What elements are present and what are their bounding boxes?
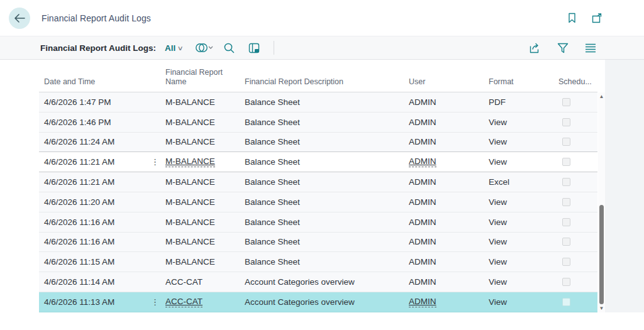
cell-report-name[interactable]: M-BALANCE bbox=[165, 97, 245, 107]
table-row[interactable]: 4/6/2026 11:21 AMM-BALANCEBalance SheetA… bbox=[39, 172, 597, 192]
list-layout-icon[interactable] bbox=[581, 40, 600, 56]
table-row[interactable]: 4/6/2026 11:24 AMM-BALANCEBalance SheetA… bbox=[39, 133, 597, 153]
cell-format[interactable]: PDF bbox=[489, 97, 558, 107]
cell-report-description[interactable]: Balance Sheet bbox=[245, 197, 409, 207]
cell-datetime[interactable]: 4/6/2026 11:16 AM bbox=[39, 237, 145, 246]
cell-report-name[interactable]: M-BALANCE bbox=[165, 157, 245, 167]
cell-row-menu[interactable]: ⋮ bbox=[145, 157, 165, 167]
cell-report-name[interactable]: M-BALANCE bbox=[165, 137, 245, 146]
drilldown-link[interactable]: ADMIN bbox=[409, 297, 436, 307]
cell-report-name[interactable]: M-BALANCE bbox=[165, 237, 245, 246]
cell-datetime[interactable]: 4/6/2026 11:24 AM bbox=[39, 137, 145, 146]
vertical-scrollbar[interactable]: ▲ ▼ bbox=[598, 92, 605, 312]
filter-icon[interactable] bbox=[553, 40, 572, 56]
cell-report-description[interactable]: Account Categories overview bbox=[245, 297, 409, 307]
scheduled-checkbox[interactable] bbox=[562, 118, 570, 126]
column-header-report-name[interactable]: Financial Report Name bbox=[165, 68, 245, 92]
table-row[interactable]: 4/6/2026 11:13 AM⋮ACC-CATAccount Categor… bbox=[39, 292, 597, 312]
cell-report-description[interactable]: Balance Sheet bbox=[245, 217, 409, 227]
scheduled-checkbox[interactable] bbox=[562, 198, 570, 206]
cell-user[interactable]: ADMIN bbox=[409, 237, 489, 246]
scrollbar-down-arrow[interactable]: ▼ bbox=[599, 305, 604, 311]
scheduled-checkbox[interactable] bbox=[562, 158, 570, 166]
views-icon[interactable] bbox=[194, 40, 213, 56]
table-row[interactable]: 4/6/2026 11:21 AM⋮M-BALANCEBalance Sheet… bbox=[39, 151, 597, 172]
cell-report-description[interactable]: Balance Sheet bbox=[245, 118, 409, 127]
cell-row-menu[interactable]: ⋮ bbox=[145, 297, 165, 307]
scheduled-checkbox[interactable] bbox=[562, 98, 570, 106]
cell-report-description[interactable]: Balance Sheet bbox=[245, 97, 409, 107]
scheduled-checkbox[interactable] bbox=[562, 138, 570, 146]
cell-report-description[interactable]: Balance Sheet bbox=[245, 257, 409, 267]
cell-report-description[interactable]: Balance Sheet bbox=[245, 177, 409, 187]
scheduled-checkbox[interactable] bbox=[562, 178, 570, 186]
column-header-format[interactable]: Format bbox=[489, 77, 558, 92]
scrollbar-thumb[interactable] bbox=[599, 205, 604, 304]
cell-format[interactable]: View bbox=[489, 118, 558, 127]
column-header-user[interactable]: User bbox=[409, 77, 489, 92]
cell-user[interactable]: ADMIN bbox=[409, 157, 489, 167]
cell-datetime[interactable]: 4/6/2026 11:21 AM bbox=[39, 177, 145, 187]
cell-report-description[interactable]: Balance Sheet bbox=[245, 157, 409, 167]
cell-datetime[interactable]: 4/6/2026 11:13 AM bbox=[39, 297, 145, 307]
back-button[interactable] bbox=[9, 8, 30, 29]
cell-datetime[interactable]: 4/6/2026 1:46 PM bbox=[39, 118, 145, 127]
cell-user[interactable]: ADMIN bbox=[409, 257, 489, 267]
analyze-icon[interactable] bbox=[245, 40, 264, 56]
cell-report-name[interactable]: M-BALANCE bbox=[165, 197, 245, 207]
table-row[interactable]: 4/6/2026 1:47 PMM-BALANCEBalance SheetAD… bbox=[39, 92, 597, 113]
scheduled-checkbox[interactable] bbox=[562, 218, 570, 226]
scrollbar-up-arrow[interactable]: ▲ bbox=[599, 94, 604, 99]
cell-report-description[interactable]: Balance Sheet bbox=[245, 137, 409, 146]
cell-format[interactable]: Excel bbox=[489, 177, 558, 187]
cell-datetime[interactable]: 4/6/2026 11:15 AM bbox=[39, 257, 145, 267]
table-row[interactable]: 4/6/2026 11:16 AMM-BALANCEBalance SheetA… bbox=[39, 233, 597, 253]
cell-user[interactable]: ADMIN bbox=[409, 97, 489, 107]
cell-user[interactable]: ADMIN bbox=[409, 217, 489, 227]
cell-datetime[interactable]: 4/6/2026 11:14 AM bbox=[39, 277, 145, 287]
scheduled-checkbox[interactable] bbox=[562, 278, 570, 286]
share-icon[interactable] bbox=[526, 40, 545, 56]
cell-user[interactable]: ADMIN bbox=[409, 118, 489, 127]
cell-report-name[interactable]: M-BALANCE bbox=[165, 118, 245, 127]
cell-format[interactable]: View bbox=[489, 137, 558, 146]
cell-format[interactable]: View bbox=[489, 197, 558, 207]
table-row[interactable]: 4/6/2026 11:15 AMM-BALANCEBalance SheetA… bbox=[39, 252, 597, 272]
column-header-date-time[interactable]: Date and Time bbox=[39, 77, 145, 92]
open-in-new-window-icon[interactable] bbox=[591, 13, 602, 24]
cell-report-name[interactable]: M-BALANCE bbox=[165, 257, 245, 267]
scheduled-checkbox[interactable] bbox=[562, 258, 570, 266]
cell-user[interactable]: ADMIN bbox=[409, 297, 489, 307]
cell-datetime[interactable]: 4/6/2026 1:47 PM bbox=[39, 97, 145, 107]
cell-report-name[interactable]: ACC-CAT bbox=[165, 297, 245, 307]
cell-report-name[interactable]: ACC-CAT bbox=[165, 277, 245, 287]
table-row[interactable]: 4/6/2026 11:20 AMM-BALANCEBalance SheetA… bbox=[39, 192, 597, 212]
cell-datetime[interactable]: 4/6/2026 11:16 AM bbox=[39, 217, 145, 227]
cell-report-description[interactable]: Balance Sheet bbox=[245, 237, 409, 246]
cell-format[interactable]: View bbox=[489, 217, 558, 227]
cell-format[interactable]: View bbox=[489, 277, 558, 287]
drilldown-link[interactable]: ADMIN bbox=[409, 157, 436, 167]
cell-report-name[interactable]: M-BALANCE bbox=[165, 217, 245, 227]
cell-user[interactable]: ADMIN bbox=[409, 277, 489, 287]
cell-format[interactable]: View bbox=[489, 157, 558, 167]
cell-format[interactable]: View bbox=[489, 257, 558, 267]
cell-user[interactable]: ADMIN bbox=[409, 177, 489, 187]
column-header-scheduled[interactable]: Schedu... bbox=[558, 77, 597, 92]
table-row[interactable]: 4/6/2026 11:14 AMACC-CATAccount Categori… bbox=[39, 272, 597, 292]
scheduled-checkbox[interactable] bbox=[562, 298, 570, 306]
cell-user[interactable]: ADMIN bbox=[409, 137, 489, 146]
bookmark-icon[interactable] bbox=[566, 13, 577, 24]
column-header-report-description[interactable]: Financial Report Description bbox=[245, 77, 409, 92]
cell-user[interactable]: ADMIN bbox=[409, 197, 489, 207]
table-row[interactable]: 4/6/2026 11:16 AMM-BALANCEBalance SheetA… bbox=[39, 212, 597, 233]
drilldown-link[interactable]: M-BALANCE bbox=[165, 157, 215, 167]
drilldown-link[interactable]: ACC-CAT bbox=[165, 297, 203, 307]
cell-format[interactable]: View bbox=[489, 237, 558, 246]
cell-format[interactable]: View bbox=[489, 297, 558, 307]
scheduled-checkbox[interactable] bbox=[562, 238, 570, 246]
search-icon[interactable] bbox=[219, 40, 238, 56]
cell-datetime[interactable]: 4/6/2026 11:20 AM bbox=[39, 197, 145, 207]
cell-datetime[interactable]: 4/6/2026 11:21 AM bbox=[39, 157, 145, 167]
cell-report-name[interactable]: M-BALANCE bbox=[165, 177, 245, 187]
